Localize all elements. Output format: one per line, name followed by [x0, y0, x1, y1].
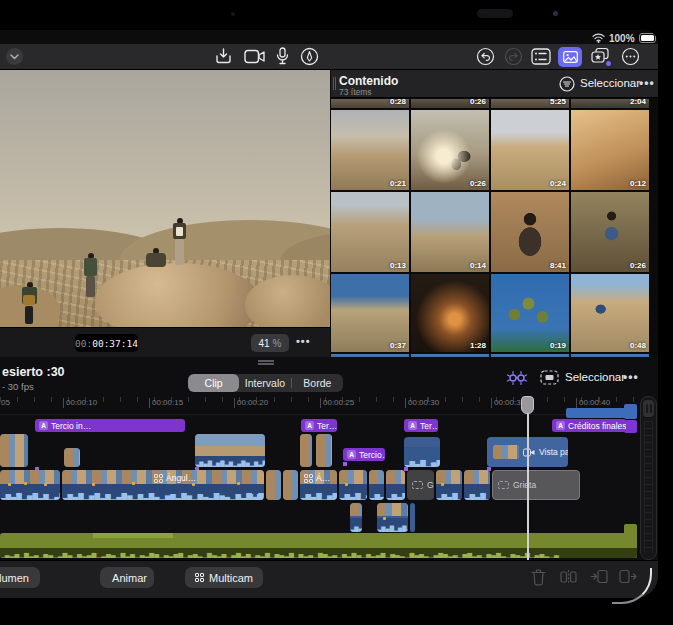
bottom-toolbar: lumen Animar Multicam [0, 560, 658, 598]
record-video-icon[interactable] [244, 49, 266, 64]
clip-duration: 0:28 [390, 99, 406, 106]
connected-clip[interactable] [316, 434, 332, 467]
media-thumbnail[interactable]: 0:12 [571, 110, 649, 190]
media-thumbnail[interactable]: 0:26 [571, 192, 649, 272]
connected-clip-below[interactable] [377, 503, 408, 532]
media-thumbnail[interactable]: 5:25 [491, 99, 569, 108]
effects-icon[interactable] [590, 47, 612, 67]
jog-wheel-track[interactable] [644, 421, 653, 553]
title-clip[interactable]: A Créditos finales [552, 419, 626, 432]
segment-intervalo[interactable]: Intervalo [239, 374, 290, 392]
title-clip[interactable]: A Ter… [404, 419, 438, 432]
media-thumbnail[interactable]: 0:28 [331, 99, 409, 108]
panel-resize-grip[interactable] [333, 77, 336, 90]
title-badge: A [556, 421, 565, 430]
content-browser-panel: Contenido 73 ítems Seleccionar ••• 0:28 … [331, 70, 658, 357]
media-thumbnail[interactable]: 0:21 [331, 110, 409, 190]
media-thumbnail[interactable]: 0:26 [411, 110, 489, 190]
clip-duration: 0:37 [390, 341, 406, 350]
media-browser-icon[interactable] [558, 47, 582, 67]
jog-wheel[interactable] [640, 396, 657, 560]
magnetic-timeline-icon[interactable] [506, 370, 528, 386]
storyline-clip[interactable] [0, 470, 60, 500]
clip-duration: 8:41 [550, 261, 566, 270]
person-sitting [146, 248, 166, 268]
more-options-icon[interactable] [621, 47, 640, 66]
timecode-display[interactable]: 00:00:37:14 [75, 334, 138, 352]
storyline-clip-multicam[interactable]: Á… [300, 470, 337, 500]
viewer-more-button[interactable]: ••• [296, 335, 311, 347]
jog-wheel-handle[interactable] [643, 400, 654, 417]
storyline-clip[interactable] [339, 470, 367, 500]
storyline-clip[interactable] [266, 470, 281, 500]
timeline-select-button[interactable]: Seleccionar [565, 371, 625, 383]
storyline-clip[interactable] [369, 470, 384, 500]
panel-more-button[interactable]: ••• [639, 76, 655, 90]
storyline-clip[interactable] [386, 470, 405, 500]
connected-clip[interactable] [64, 448, 80, 467]
media-thumbnail[interactable]: 0:26 [411, 99, 489, 108]
timeline-ruler[interactable]: 05 00:00:10 00:00:15 00:00:20 00:00:25 0… [0, 395, 636, 415]
app-screen: 100% [0, 30, 658, 598]
media-thumbnail[interactable]: 0:19 [491, 274, 569, 352]
clip-appearance-icon[interactable] [540, 370, 559, 385]
ruler-label: 00:00:40 [579, 398, 610, 407]
connected-clip-below[interactable] [350, 503, 362, 532]
connected-clip[interactable] [404, 437, 440, 467]
media-thumbnail[interactable]: 1:28 [411, 274, 489, 352]
import-icon[interactable] [214, 47, 233, 66]
title-clip[interactable]: A Tercio in… [35, 419, 185, 432]
collapse-chevron-button[interactable] [6, 48, 23, 65]
clip-duration: 0:26 [630, 261, 646, 270]
clip-duration: 0:21 [390, 179, 406, 188]
connected-clip[interactable] [0, 434, 28, 467]
clip-duration: 0:14 [470, 261, 486, 270]
timeline-drag-handle[interactable] [258, 360, 274, 365]
storyline-clip-multicam[interactable]: Ángul… [62, 470, 264, 500]
storyline-clip[interactable] [464, 470, 490, 500]
multicam-clip-label: Á… [316, 473, 330, 483]
clip-duration: 0:12 [630, 179, 646, 188]
title-clip[interactable]: A Tercio… [343, 448, 385, 461]
connected-clip-below[interactable] [410, 503, 415, 532]
title-clip-label: Tercio in… [51, 421, 91, 431]
title-clip[interactable]: A Ter… [301, 419, 337, 432]
placeholder-clip-selected[interactable]: Grieta [492, 470, 580, 500]
select-button[interactable]: Seleccionar [580, 77, 640, 89]
ruler-label: 00:00:10 [66, 398, 97, 407]
clip-duration: 0:13 [390, 261, 406, 270]
placeholder-icon [498, 481, 509, 489]
animate-button[interactable]: Animar [100, 567, 154, 588]
music-clip[interactable] [0, 533, 637, 558]
connected-clip[interactable] [195, 434, 265, 467]
connection-dot [343, 462, 347, 466]
playhead-handle[interactable] [521, 396, 534, 414]
placeholder-clip[interactable]: G… [407, 470, 434, 500]
camera-housing [477, 9, 513, 18]
zoom-level-button[interactable]: 41 % [251, 334, 289, 352]
timeline-clip[interactable] [566, 408, 627, 418]
segment-clip[interactable]: Clip [188, 374, 239, 392]
media-thumbnail[interactable]: 0:13 [331, 192, 409, 272]
undo-icon[interactable] [476, 47, 495, 66]
media-thumbnail[interactable]: 2:04 [571, 99, 649, 108]
microphone-icon[interactable] [276, 47, 289, 66]
filter-icon[interactable] [559, 76, 575, 92]
timeline-more-button[interactable]: ••• [623, 370, 639, 384]
storyline-clip[interactable] [283, 470, 298, 500]
timecode-value: 00:37:14 [92, 338, 138, 349]
volume-button[interactable]: lumen [0, 567, 40, 588]
media-thumbnail[interactable]: 0:37 [331, 274, 409, 352]
split-clip-icon [560, 569, 577, 585]
draw-pencil-icon[interactable] [300, 47, 319, 66]
media-thumbnail[interactable]: 0:14 [411, 192, 489, 272]
inspector-icon[interactable] [531, 48, 551, 65]
panel-title: Contenido [339, 74, 398, 88]
storyline-clip[interactable] [436, 470, 462, 500]
segment-borde[interactable]: Borde [292, 374, 343, 392]
connected-clip[interactable] [300, 434, 312, 467]
media-thumbnail[interactable]: 8:41 [491, 192, 569, 272]
multicam-button[interactable]: Multicam [185, 567, 263, 588]
media-thumbnail[interactable]: 0:24 [491, 110, 569, 190]
media-thumbnail[interactable]: 0:48 [571, 274, 649, 352]
